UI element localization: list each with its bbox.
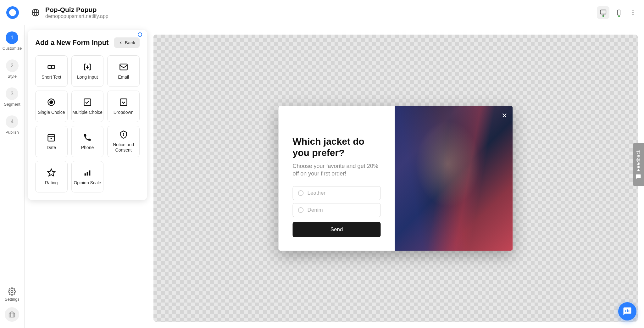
- input-type-dropdown[interactable]: Dropdown: [107, 91, 140, 122]
- input-type-date[interactable]: Date: [35, 126, 68, 157]
- input-type-notice-consent[interactable]: Notice andConsent: [107, 126, 140, 157]
- input-type-short-text[interactable]: Short Text: [35, 55, 68, 87]
- preview-canvas: Which jacket do you prefer? Choose your …: [153, 35, 638, 322]
- svg-rect-2: [600, 10, 606, 14]
- input-type-single-choice[interactable]: Single Choice: [35, 91, 68, 122]
- svg-marker-26: [48, 169, 55, 176]
- chat-icon: [636, 174, 641, 180]
- svg-rect-29: [89, 170, 91, 175]
- steps-sidebar: 1 Customize 2 Style 3 Segment 4 Publish …: [0, 25, 25, 328]
- more-vertical-icon: [630, 9, 636, 16]
- svg-rect-11: [9, 313, 15, 317]
- input-type-phone[interactable]: Phone: [71, 126, 104, 157]
- desktop-view-button[interactable]: [597, 6, 609, 19]
- more-menu-button[interactable]: [628, 9, 638, 16]
- close-icon[interactable]: ✕: [502, 112, 507, 120]
- page-title: Pop-Quiz Popup: [45, 6, 108, 14]
- globe-icon: [31, 8, 40, 17]
- popup-option-denim[interactable]: Denim: [293, 203, 381, 217]
- page-subtitle: demopopupsmart.netlify.app: [45, 14, 108, 19]
- feedback-tab[interactable]: Feedback: [633, 143, 644, 186]
- popup-preview: Which jacket do you prefer? Choose your …: [279, 106, 513, 251]
- intercom-icon: [623, 307, 632, 316]
- svg-point-7: [632, 10, 633, 11]
- divider: [153, 25, 153, 328]
- step-style[interactable]: 2 Style: [6, 59, 19, 79]
- input-type-long-input[interactable]: Long Input: [71, 55, 104, 87]
- svg-rect-27: [85, 173, 86, 175]
- svg-rect-28: [87, 172, 88, 175]
- svg-point-10: [11, 291, 13, 293]
- svg-rect-17: [120, 99, 127, 105]
- input-type-rating[interactable]: Rating: [35, 161, 68, 192]
- popup-title: Which jacket do you prefer?: [293, 136, 381, 158]
- step-publish[interactable]: 4 Publish: [5, 115, 19, 135]
- input-type-opinion-scale[interactable]: Opinion Scale: [71, 161, 104, 192]
- form-input-panel: Add a New Form Input Back Short TextLong…: [28, 30, 147, 200]
- step-segment[interactable]: 3 Segment: [4, 87, 20, 107]
- help-indicator[interactable]: [138, 32, 142, 37]
- settings-button[interactable]: Settings: [5, 287, 19, 302]
- mobile-icon: [616, 9, 622, 16]
- step-customize[interactable]: 1 Customize: [3, 31, 22, 51]
- briefcase-button[interactable]: [5, 307, 19, 322]
- send-button[interactable]: Send: [293, 222, 381, 237]
- svg-point-24: [123, 134, 124, 134]
- input-type-email[interactable]: Email: [107, 55, 140, 87]
- popup-image: ✕: [395, 106, 513, 251]
- briefcase-icon: [8, 311, 15, 318]
- svg-point-9: [632, 14, 633, 15]
- mobile-view-button[interactable]: [613, 6, 625, 19]
- panel-title: Add a New Form Input: [35, 39, 108, 47]
- radio-icon: [298, 207, 304, 213]
- popup-subtitle: Choose your favorite and get 20% off on …: [293, 162, 381, 178]
- back-button[interactable]: Back: [114, 37, 140, 48]
- header-bar: Pop-Quiz Popup demopopupsmart.netlify.ap…: [0, 0, 644, 25]
- title-block: Pop-Quiz Popup demopopupsmart.netlify.ap…: [45, 6, 108, 19]
- input-type-multiple-choice[interactable]: Multiple Choice: [71, 91, 104, 122]
- radio-icon: [298, 190, 304, 196]
- svg-rect-18: [48, 134, 55, 141]
- desktop-icon: [600, 9, 607, 16]
- svg-point-15: [50, 101, 53, 103]
- svg-rect-5: [618, 10, 620, 15]
- gear-icon: [8, 287, 16, 296]
- chat-bubble-button[interactable]: [618, 302, 636, 320]
- popup-option-leather[interactable]: Leather: [293, 186, 381, 200]
- app-logo[interactable]: [6, 6, 19, 19]
- svg-point-8: [632, 12, 633, 13]
- svg-rect-13: [120, 64, 127, 70]
- arrow-left-icon: [119, 41, 123, 45]
